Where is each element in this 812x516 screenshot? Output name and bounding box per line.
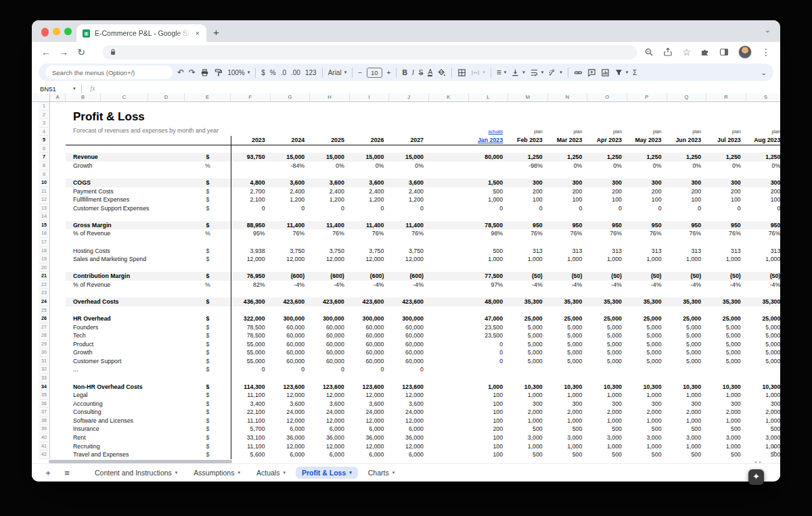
reload-button[interactable]: ↻ (72, 47, 90, 57)
year-value[interactable]: (600) (310, 272, 350, 281)
year-value[interactable]: 2,700 (231, 187, 271, 196)
month-header[interactable]: Mar 2023 (548, 136, 588, 145)
unit-cell[interactable]: $ (185, 417, 231, 425)
unit-cell[interactable]: $ (185, 450, 231, 459)
cell[interactable] (429, 128, 469, 137)
month-value[interactable]: 0% (746, 162, 780, 170)
unit-cell[interactable]: % (185, 281, 231, 289)
unit-cell[interactable]: $ (185, 340, 231, 349)
month-value[interactable]: 76% (548, 229, 588, 238)
year-value[interactable]: 60,000 (310, 340, 350, 349)
cell[interactable] (50, 119, 66, 128)
month-value[interactable]: 5,000 (508, 357, 548, 366)
name-box-caret-icon[interactable]: ▾ (73, 86, 76, 91)
year-value[interactable]: 12,000 (310, 391, 350, 400)
month-value[interactable]: 1,000 (746, 255, 780, 264)
month-value[interactable]: 23,500 (469, 331, 509, 340)
month-value[interactable]: 500 (469, 187, 509, 196)
month-value[interactable]: -98% (508, 162, 548, 170)
month-value[interactable]: 5,000 (508, 340, 548, 349)
cell[interactable] (429, 348, 469, 357)
month-value[interactable]: -4% (746, 281, 780, 289)
column-header-A[interactable]: A (50, 93, 66, 101)
year-value[interactable]: 55,000 (231, 357, 271, 366)
row-header-9[interactable]: 9 (39, 170, 50, 179)
year-value[interactable]: 423,600 (389, 298, 429, 306)
month-value[interactable]: 5,000 (627, 331, 667, 340)
minimize-window-button[interactable] (53, 28, 60, 35)
month-value[interactable]: 76% (667, 229, 707, 238)
month-value[interactable]: (50) (706, 272, 746, 281)
row-label[interactable]: Founders (66, 323, 185, 332)
cell[interactable] (50, 331, 66, 340)
month-value[interactable]: 0 (587, 204, 627, 213)
cell[interactable] (429, 298, 469, 306)
month-value[interactable]: 1,000 (667, 417, 707, 425)
month-value[interactable]: 23,500 (469, 323, 509, 332)
cell[interactable] (50, 433, 66, 442)
year-value[interactable]: 12,000 (271, 255, 311, 264)
row-label[interactable]: Accounting (66, 400, 185, 408)
year-value[interactable]: (600) (350, 272, 390, 281)
month-value[interactable]: 500 (548, 425, 588, 433)
year-value[interactable]: 60,000 (389, 348, 429, 357)
row-label[interactable]: Growth (66, 348, 185, 357)
month-value[interactable]: 500 (627, 425, 667, 433)
cell[interactable] (50, 391, 66, 400)
unit-cell[interactable]: $ (185, 247, 231, 256)
cell[interactable] (50, 408, 66, 417)
month-value[interactable]: 100 (746, 195, 780, 204)
year-value[interactable]: 12,000 (271, 417, 311, 425)
row-header-17[interactable]: 17 (39, 238, 50, 247)
year-header[interactable]: 2023 (231, 136, 271, 145)
unit-cell[interactable]: $ (185, 255, 231, 264)
month-value[interactable]: 950 (667, 221, 707, 230)
row-header-33[interactable]: 33 (39, 374, 50, 383)
month-value[interactable]: 25,000 (587, 314, 627, 323)
year-value[interactable]: 3,600 (310, 179, 350, 187)
month-value[interactable]: 5,000 (548, 323, 588, 332)
month-header[interactable]: Apr 2023 (587, 136, 627, 145)
cell[interactable] (429, 229, 469, 238)
month-value[interactable]: 5,000 (706, 331, 746, 340)
sheet-tab-caret-icon[interactable]: ▾ (175, 470, 178, 475)
toolbar-collapse-chevron[interactable]: ⌄ (761, 69, 767, 76)
year-value[interactable]: 12,000 (389, 255, 429, 264)
cell[interactable] (50, 383, 66, 392)
year-value[interactable]: 11,400 (389, 221, 429, 230)
year-value[interactable]: 12,000 (350, 442, 390, 451)
year-value[interactable]: 0 (350, 365, 390, 374)
row-label[interactable]: Customer Support Expenses (66, 204, 185, 213)
month-value[interactable]: 100 (469, 442, 509, 451)
year-value[interactable]: 60,000 (271, 331, 311, 340)
zoom-select[interactable]: 100% (227, 69, 245, 76)
text-color-button[interactable]: A (428, 69, 432, 76)
sheet-tab-actuals[interactable]: Actuals▾ (250, 467, 292, 479)
month-value[interactable]: 5,000 (667, 357, 707, 366)
month-value[interactable]: 1,000 (746, 417, 780, 425)
year-value[interactable]: 12,000 (310, 417, 350, 425)
cell[interactable] (429, 340, 469, 349)
row-header-40[interactable]: 40 (39, 433, 50, 442)
cell[interactable] (50, 425, 66, 433)
month-value[interactable]: 500 (706, 425, 746, 433)
month-value[interactable]: 1,000 (587, 255, 627, 264)
row-label[interactable]: Sales and Marketing Spend (66, 255, 185, 264)
bookmark-star-icon[interactable]: ☆ (682, 47, 691, 57)
row-header-11[interactable]: 11 (39, 187, 50, 196)
year-value[interactable]: 36,000 (310, 433, 350, 442)
row-label[interactable]: Recruiting (66, 442, 185, 451)
name-box[interactable]: BN51 (32, 85, 75, 93)
row-header-29[interactable]: 29 (39, 340, 50, 349)
month-value[interactable]: 25,000 (508, 314, 548, 323)
row-label[interactable]: Non-HR Overhead Costs (66, 383, 185, 392)
column-header-D[interactable]: D (148, 93, 185, 101)
year-value[interactable]: 12,000 (389, 442, 429, 451)
row-header-6[interactable]: 6 (39, 145, 50, 154)
unit-cell[interactable]: $ (185, 433, 231, 442)
month-value[interactable] (548, 365, 588, 374)
month-value[interactable]: 0 (469, 357, 509, 366)
year-value[interactable]: 0% (310, 162, 350, 170)
row-header-32[interactable]: 32 (39, 365, 50, 374)
month-value[interactable]: 950 (746, 221, 780, 230)
